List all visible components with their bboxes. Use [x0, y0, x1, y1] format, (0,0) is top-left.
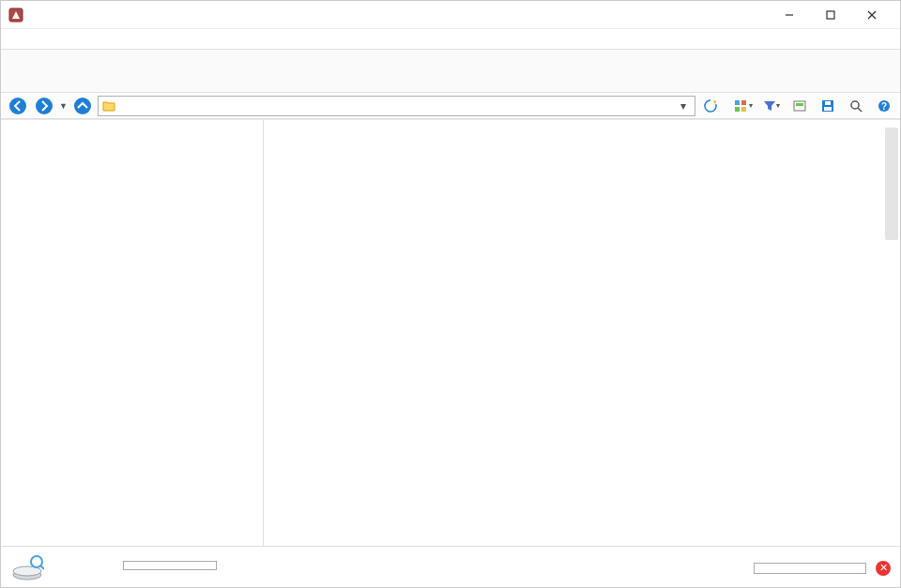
svg-rect-2 [827, 11, 834, 19]
svg-rect-11 [741, 107, 746, 112]
filter-button[interactable]: ▾ [761, 97, 782, 115]
folder-tree[interactable] [1, 120, 264, 546]
svg-point-5 [9, 98, 26, 114]
svg-rect-9 [741, 100, 746, 105]
svg-point-7 [74, 98, 91, 114]
svg-rect-16 [825, 101, 831, 105]
address-dropdown-icon[interactable]: ▾ [676, 99, 691, 113]
svg-rect-10 [735, 107, 740, 112]
folder-icon [102, 100, 115, 112]
preview-button[interactable] [789, 97, 810, 115]
svg-rect-15 [824, 107, 832, 111]
address-input[interactable] [119, 99, 672, 113]
address-combo[interactable]: ▾ [98, 96, 695, 116]
maximize-button[interactable] [810, 2, 851, 28]
svg-text:?: ? [881, 101, 887, 112]
minimize-button[interactable] [769, 2, 810, 28]
analysis-progress [754, 563, 866, 574]
nav-up-button[interactable] [71, 96, 94, 116]
view-icons-button[interactable]: ▾ [733, 97, 754, 115]
nav-forward-button[interactable] [33, 96, 55, 116]
app-icon [8, 8, 23, 23]
file-grid[interactable] [264, 120, 900, 546]
addressbar: ▼ ▾ ▾ ▾ ? [1, 93, 900, 119]
disk-icon [10, 550, 44, 584]
chevron-down-icon[interactable]: ▼ [59, 101, 68, 111]
refresh-button[interactable] [699, 96, 722, 116]
titlebar [1, 1, 900, 29]
search-button[interactable] [846, 97, 866, 115]
svg-line-24 [40, 565, 44, 569]
space-used-bar [123, 561, 217, 570]
svg-point-6 [36, 98, 53, 114]
svg-point-17 [851, 101, 859, 109]
menubar [1, 29, 900, 50]
nav-back-button[interactable] [7, 96, 29, 116]
scrollbar[interactable] [885, 128, 898, 240]
cancel-analysis-button[interactable]: ✕ [876, 561, 891, 576]
save-button[interactable] [817, 97, 838, 115]
close-button[interactable] [851, 2, 893, 28]
svg-rect-8 [735, 100, 740, 105]
content-area [1, 119, 900, 546]
svg-rect-13 [796, 103, 803, 106]
toolbar [1, 50, 900, 93]
svg-line-18 [858, 108, 862, 112]
statusbar: ✕ [1, 546, 900, 587]
help-button[interactable]: ? [874, 97, 894, 115]
